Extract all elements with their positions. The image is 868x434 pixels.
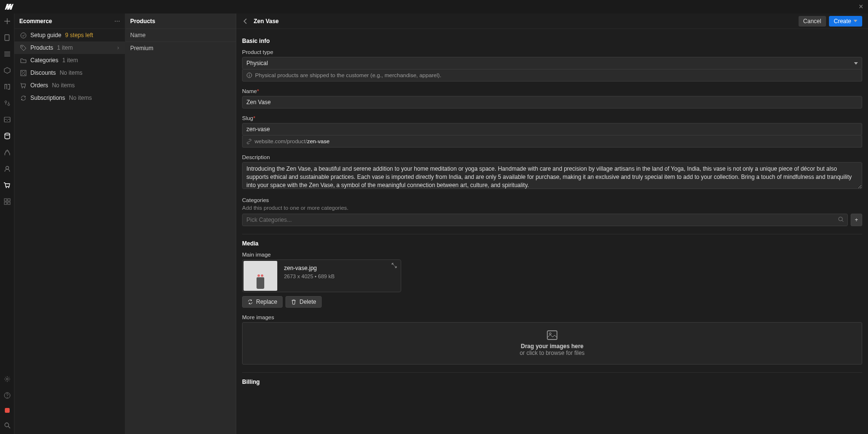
svg-point-12 (6, 378, 8, 380)
folder-icon (20, 57, 27, 64)
section-billing: Billing (242, 379, 862, 385)
back-arrow-icon[interactable] (242, 18, 249, 25)
page-title: Zen Vase (254, 18, 279, 25)
sidebar-item-orders[interactable]: Orders No items (14, 79, 125, 92)
content-area: Zen Vase Cancel Create Basic info Produc… (236, 14, 868, 434)
list-column-name: Name (125, 29, 236, 42)
webflow-logo[interactable] (5, 4, 14, 10)
assets-icon[interactable] (3, 116, 11, 123)
categories-input[interactable] (242, 214, 848, 226)
trash-icon (291, 299, 297, 305)
cancel-button[interactable]: Cancel (799, 16, 826, 27)
description-label: Description (242, 154, 862, 160)
svg-point-19 (22, 71, 23, 72)
products-panel: Products Name Premium (125, 14, 236, 434)
variables-icon[interactable] (3, 83, 11, 91)
replace-icon (247, 299, 253, 305)
dropzone-sub: or click to browse for files (250, 350, 854, 356)
more-icon[interactable]: ⋯ (114, 18, 120, 25)
image-dimensions: 2673 x 4025 • 689 kB (284, 273, 395, 279)
apps-icon[interactable] (3, 198, 11, 205)
section-basic-info: Basic info (242, 38, 862, 44)
ecommerce-icon[interactable] (3, 181, 11, 189)
sidebar-item-categories[interactable]: Categories 1 item (14, 54, 125, 67)
svg-point-22 (24, 87, 25, 88)
section-media: Media (242, 240, 862, 247)
svg-point-6 (6, 187, 7, 188)
image-dropzone[interactable]: Drag your images here or click to browse… (242, 322, 862, 365)
image-filename: zen-vase.jpg (284, 265, 395, 271)
description-textarea[interactable] (242, 162, 862, 189)
create-button[interactable]: Create (829, 16, 862, 27)
svg-rect-11 (8, 202, 10, 204)
product-type-select[interactable]: Physical (242, 57, 862, 69)
cms-icon[interactable] (3, 132, 11, 140)
svg-point-7 (8, 187, 9, 188)
svg-rect-25 (547, 331, 557, 339)
pages-icon[interactable] (3, 34, 11, 41)
styles-icon[interactable] (3, 99, 11, 107)
percent-icon (20, 70, 27, 76)
help-icon[interactable] (3, 392, 11, 399)
products-title: Products (125, 14, 236, 29)
slug-input[interactable] (242, 123, 862, 136)
link-icon (246, 139, 252, 144)
components-icon[interactable] (3, 67, 11, 74)
sidebar-item-setup[interactable]: Setup guide 9 steps left (14, 29, 125, 41)
chevron-down-icon (854, 62, 858, 65)
replace-button[interactable]: Replace (242, 296, 283, 308)
add-icon[interactable] (3, 17, 11, 25)
expand-icon[interactable] (392, 263, 397, 268)
more-images-label: More images (242, 314, 862, 320)
tag-icon (20, 45, 27, 51)
svg-point-15 (5, 423, 9, 427)
svg-point-21 (22, 87, 23, 88)
info-icon (246, 72, 252, 78)
svg-point-4 (5, 133, 10, 135)
product-type-hint: Physical products are shipped to the cus… (242, 69, 862, 81)
svg-rect-10 (4, 202, 7, 204)
video-icon[interactable] (5, 408, 10, 413)
delete-button[interactable]: Delete (285, 296, 322, 308)
slug-label: Slug* (242, 115, 862, 121)
sidebar-item-products[interactable]: Products 1 item › (14, 41, 125, 54)
navigator-icon[interactable] (3, 50, 11, 58)
check-circle-icon (20, 32, 27, 39)
name-input[interactable] (242, 96, 862, 108)
slug-url-preview: website.com/product/zen-vase (242, 136, 862, 148)
svg-point-2 (8, 104, 10, 106)
svg-rect-9 (8, 199, 10, 201)
categories-sublabel: Add this product to one or more categori… (242, 205, 862, 211)
svg-point-1 (5, 101, 7, 103)
dropzone-title: Drag your images here (250, 343, 854, 350)
add-category-button[interactable]: + (851, 214, 862, 226)
svg-rect-0 (5, 35, 9, 41)
svg-point-24 (839, 217, 842, 221)
list-item[interactable]: Premium (125, 42, 236, 54)
categories-label: Categories (242, 197, 862, 203)
svg-point-5 (6, 166, 9, 169)
sidebar-item-discounts[interactable]: Discounts No items (14, 67, 125, 79)
ecommerce-panel: Ecommerce ⋯ Setup guide 9 steps left Pro… (14, 14, 125, 434)
main-image-label: Main image (242, 252, 862, 258)
svg-point-16 (21, 33, 26, 38)
image-icon (250, 330, 854, 340)
cart-icon (20, 82, 27, 89)
close-icon[interactable]: × (859, 2, 863, 11)
left-rail (0, 14, 14, 434)
chevron-right-icon: › (117, 44, 119, 51)
main-image-card: zen-vase.jpg 2673 x 4025 • 689 kB (242, 259, 401, 292)
name-label: Name* (242, 88, 862, 94)
logic-icon[interactable] (3, 149, 11, 156)
search-rail-icon[interactable] (3, 421, 11, 429)
svg-rect-8 (4, 199, 7, 201)
svg-point-14 (7, 397, 7, 397)
sidebar-item-subscriptions[interactable]: Subscriptions No items (14, 92, 125, 104)
panel-title: Ecommerce (19, 18, 52, 25)
search-icon (838, 217, 844, 222)
users-icon[interactable] (3, 165, 11, 173)
product-type-label: Product type (242, 49, 862, 55)
svg-point-17 (22, 46, 23, 47)
settings-icon[interactable] (3, 375, 11, 383)
image-thumbnail (244, 261, 277, 291)
